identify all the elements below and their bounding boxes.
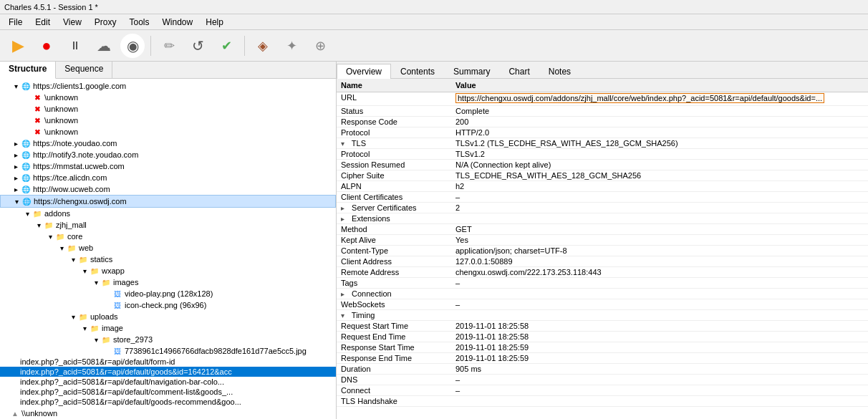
folder-icon: 📁	[100, 277, 112, 287]
tree-item-web[interactable]: ▾ 📁 web	[0, 242, 336, 254]
start-recording-button[interactable]: ▶	[6, 34, 30, 58]
tree-item-core[interactable]: ▾ 📁 core	[0, 231, 336, 242]
error-icon: ✖	[32, 92, 43, 102]
expand-connection-icon[interactable]: ▸	[341, 290, 349, 298]
filter-button[interactable]: ◉	[120, 34, 145, 58]
tab-summary[interactable]: Summary	[444, 64, 499, 79]
field-value: chengxu.oswdj.com/222.173.253.118:443	[451, 267, 868, 278]
tree-item-video-play[interactable]: 🖼 video-play.png (128x128)	[0, 288, 336, 299]
menu-view[interactable]: View	[57, 16, 87, 29]
field-name: Protocol	[337, 127, 451, 138]
menu-edit[interactable]: Edit	[29, 16, 56, 29]
tree-label: image	[102, 324, 123, 332]
tree-label: https://note.youdao.com	[33, 139, 117, 148]
tree-item-ucweb[interactable]: ▸ 🌐 http://wow.ucweb.com	[0, 183, 336, 195]
tree-label: addons	[44, 209, 70, 218]
expand-server-certs-icon[interactable]: ▸	[341, 204, 349, 212]
field-name: Client Certificates	[337, 192, 451, 203]
menu-help[interactable]: Help	[200, 16, 229, 29]
compose-button[interactable]: ✏	[157, 34, 181, 58]
tab-sequence[interactable]: Sequence	[56, 62, 112, 78]
folder-icon: 📁	[32, 208, 43, 218]
tree-item-google[interactable]: ▾ 🌐 https://clients1.google.com	[0, 80, 336, 92]
field-name: Session Resumed	[337, 160, 451, 170]
menu-file[interactable]: File	[3, 16, 28, 29]
field-value: –	[451, 385, 868, 396]
repeat-button[interactable]: ↺	[185, 34, 210, 58]
tools-button[interactable]: ◈	[251, 34, 275, 58]
tree-item-unknown3[interactable]: ✖ \unknown	[0, 115, 336, 126]
tab-structure[interactable]: Structure	[0, 62, 56, 79]
file-item-form-id[interactable]: index.php?_acid=5081&r=api/default/form-…	[0, 357, 336, 367]
menu-tools[interactable]: Tools	[124, 16, 155, 29]
tree-label: \unknown	[44, 127, 78, 136]
tree-item-icon-check[interactable]: 🖼 icon-check.png (96x96)	[0, 299, 336, 311]
clear-sessions-button[interactable]: ☁	[92, 34, 116, 58]
tree-item-bottom-unknown[interactable]: ▲ \\unknown	[0, 408, 336, 418]
tree-item-unknown2[interactable]: ✖ \unknown	[0, 103, 336, 115]
table-row-remote-address: Remote Address chengxu.oswdj.com/222.173…	[337, 267, 868, 278]
field-value: 905 ms	[451, 364, 868, 375]
tree-item-uploads[interactable]: ▾ 📁 uploads	[0, 311, 336, 322]
tab-overview[interactable]: Overview	[337, 64, 391, 79]
tree-item-statics[interactable]: ▾ 📁 statics	[0, 254, 336, 265]
field-name: Response Start Time	[337, 342, 451, 353]
tab-notes[interactable]: Notes	[539, 64, 580, 79]
error-icon: ✖	[32, 104, 43, 114]
tree-item-alicdn[interactable]: ▸ 🌐 https://tce.alicdn.com	[0, 172, 336, 183]
right-panel: Overview Contents Summary Chart Notes Na…	[337, 62, 868, 419]
tree-item-unknown4[interactable]: ✖ \unknown	[0, 126, 336, 138]
toolbar-sep1	[150, 36, 151, 56]
table-row-response-code: Response Code 200	[337, 117, 868, 127]
field-value: N/A (Connection kept alive)	[451, 160, 868, 170]
tree-item-mmstat[interactable]: ▸ 🌐 https://mmstat.ucweb.com	[0, 160, 336, 172]
tree-item-addons[interactable]: ▾ 📁 addons	[0, 208, 336, 219]
left-tabs: Structure Sequence	[0, 62, 336, 79]
expand-tls-icon[interactable]: ▾	[341, 140, 349, 148]
info-button[interactable]: ⊕	[308, 34, 332, 58]
tree-item-store2973[interactable]: ▾ 📁 store_2973	[0, 334, 336, 345]
table-row-dns: DNS –	[337, 375, 868, 385]
file-item-goods-recommend[interactable]: index.php?_acid=5081&r=api/default/goods…	[0, 397, 336, 407]
error-icon: ✖	[32, 115, 43, 125]
url-value[interactable]: https://chengxu.oswdj.com/addons/zjhj_ma…	[455, 93, 824, 103]
tree-item-oswdj[interactable]: ▾ 🌐 https://chengxu.oswdj.com	[0, 195, 336, 208]
menu-window[interactable]: Window	[157, 16, 199, 29]
tree-item-img-file[interactable]: 🖼 7738961c14966766dfacb9828dfe161d77ae5c…	[0, 345, 336, 357]
field-value	[451, 289, 868, 299]
expand-timing-icon[interactable]: ▾	[341, 312, 349, 319]
image-icon: 🖼	[112, 289, 123, 299]
field-name: URL	[337, 92, 451, 106]
field-name: Client Address	[337, 256, 451, 267]
table-row-content-type: Content-Type application/json; charset=U…	[337, 246, 868, 256]
tree-item-wxapp[interactable]: ▾ 📁 wxapp	[0, 265, 336, 276]
settings-button[interactable]: ✦	[279, 34, 304, 58]
table-row-timing: ▾ Timing	[337, 310, 868, 321]
expand-extensions-icon[interactable]: ▸	[341, 215, 349, 223]
table-row-tls: ▾ TLS TLSv1.2 (TLS_ECDHE_RSA_WITH_AES_12…	[337, 138, 868, 149]
tree-label: \\unknown	[21, 409, 57, 418]
file-label: index.php?_acid=5081&r=api/default/goods…	[20, 367, 232, 376]
file-item-comment-list[interactable]: index.php?_acid=5081&r=api/default/comme…	[0, 387, 336, 397]
title-text: Charles 4.5.1 - Session 1 *	[4, 3, 98, 11]
tree-item-image-folder[interactable]: ▾ 📁 image	[0, 322, 336, 334]
tree-item-unknown1[interactable]: ✖ \unknown	[0, 92, 336, 103]
left-panel: Structure Sequence ▾ 🌐 https://clients1.…	[0, 62, 337, 419]
tree-item-youdao2[interactable]: ▸ 🌐 http://notify3.note.youdao.com	[0, 149, 336, 160]
menu-proxy[interactable]: Proxy	[89, 16, 122, 29]
tab-contents[interactable]: Contents	[391, 64, 444, 79]
file-item-nav-bar[interactable]: index.php?_acid=5081&r=api/default/navig…	[0, 377, 336, 387]
field-value: Yes	[451, 235, 868, 246]
tree-item-zjhj-mall[interactable]: ▾ 📁 zjhj_mall	[0, 219, 336, 231]
tree-item-youdao1[interactable]: ▸ 🌐 https://note.youdao.com	[0, 138, 336, 149]
stop-recording-button[interactable]: ●	[34, 34, 59, 58]
table-row-client-certs: Client Certificates –	[337, 192, 868, 203]
tree-label: web	[79, 244, 93, 252]
tab-chart[interactable]: Chart	[499, 64, 539, 79]
file-item-goods[interactable]: index.php?_acid=5081&r=api/default/goods…	[0, 367, 336, 377]
table-row-server-certs: ▸ Server Certificates 2	[337, 203, 868, 213]
validate-button[interactable]: ✔	[214, 34, 238, 58]
tree-item-images[interactable]: ▾ 📁 images	[0, 276, 336, 288]
field-value: 2	[451, 203, 868, 213]
pause-button[interactable]: ⏸	[63, 34, 87, 58]
